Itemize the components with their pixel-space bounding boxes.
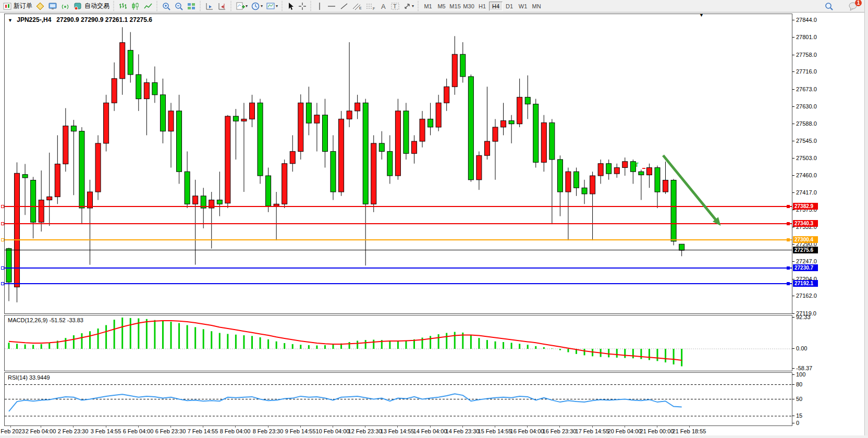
price-axis-tick: 27162.0 [796, 293, 817, 299]
chevron-down-icon: ▾ [246, 4, 248, 8]
arrows-button[interactable]: ▾ [401, 1, 415, 11]
horizontal-level-line[interactable] [5, 239, 792, 240]
mt4-window: 新订单 自动交易 [0, 0, 868, 438]
time-axis-label: 1 Feb 2023 [0, 428, 25, 434]
rsi-label: RSI(14) 33.9449 [8, 374, 50, 381]
rsi-panel[interactable]: RSI(14) 33.9449 [4, 372, 792, 426]
tile-windows-button[interactable] [185, 1, 198, 11]
crosshair-button[interactable] [297, 1, 308, 11]
new-order-icon [3, 2, 11, 10]
zoom-out-icon [174, 2, 184, 11]
horizontal-level-line[interactable] [5, 223, 792, 224]
timeframe-m30[interactable]: M30 [462, 2, 475, 11]
text-label-icon: T [390, 2, 400, 10]
text-label-button[interactable]: T [389, 1, 401, 11]
ohlc-low: 27261.1 [105, 16, 128, 23]
timeframe-h1[interactable]: H1 [475, 2, 489, 11]
horizontal-level-line[interactable] [5, 206, 792, 207]
search-button[interactable] [823, 1, 835, 11]
time-axis-label: 14 Feb 23:30 [446, 428, 480, 434]
price-axis-tick: 27630.0 [796, 103, 817, 110]
macd-panel[interactable]: MACD(12,26,9) -51.52 -33.83 [4, 315, 792, 371]
fibonacci-button[interactable]: F [364, 1, 377, 11]
new-chart-button[interactable]: ▾ [234, 1, 249, 11]
timeframe-w1[interactable]: W1 [516, 2, 530, 11]
line-handle[interactable] [787, 282, 790, 285]
time-axis-label: 9 Feb 14:55 [285, 428, 316, 434]
toolbar-separator [280, 1, 284, 11]
new-order-button[interactable] [2, 1, 13, 11]
autotrade-label[interactable]: 自动交易 [84, 2, 109, 10]
time-axis-label: 8 Feb 04:00 [220, 428, 251, 434]
chat-bubble-icon: 1 [848, 2, 859, 11]
bar-chart-icon [118, 2, 128, 11]
line-handle[interactable] [787, 205, 790, 208]
autotrade-button[interactable] [71, 1, 84, 11]
price-level-tag: 27300.4 [793, 236, 818, 243]
autotrade-icon [73, 2, 82, 11]
chevron-down-icon: ▾ [412, 4, 414, 8]
text-button[interactable]: A [377, 1, 389, 11]
template-button[interactable]: ▾ [264, 1, 279, 11]
line-handle[interactable] [1, 238, 4, 241]
main-chart-panel[interactable]: ▼ JPN225-,H4 27290.9 27290.9 27261.1 272… [4, 14, 792, 314]
symbol-dropdown-icon[interactable]: ▼ [8, 18, 13, 23]
chart-shift-button[interactable] [216, 1, 228, 11]
trade-dash-marker [642, 168, 645, 169]
time-axis-label: 14 Feb 04:00 [413, 428, 447, 434]
period-button[interactable]: ▾ [249, 1, 264, 11]
chevron-down-icon: ▾ [261, 4, 263, 8]
new-order-label[interactable]: 新订单 [14, 2, 32, 10]
price-axis-tick: 27801.0 [796, 34, 817, 40]
vertical-line-button[interactable] [314, 1, 325, 11]
channel-icon: E [352, 2, 362, 10]
bar-chart-button[interactable] [117, 1, 129, 11]
price-axis-tick: 27673.0 [796, 86, 817, 92]
trendline-button[interactable] [338, 1, 350, 11]
price-axis-tick: 27545.0 [796, 138, 817, 144]
rsi-axis-tick: 15 [796, 412, 802, 419]
channel-button[interactable]: E [350, 1, 364, 11]
macd-axis-tick: -58.37 [796, 365, 812, 371]
price-level-tag: 27230.7 [793, 264, 818, 271]
zoom-in-button[interactable] [160, 1, 173, 11]
line-handle[interactable] [787, 222, 790, 225]
signals-button[interactable] [59, 1, 71, 11]
zoom-in-icon [162, 2, 171, 11]
auto-scroll-button[interactable] [203, 1, 216, 11]
horizontal-line-icon [327, 2, 336, 10]
timeframe-m1[interactable]: M1 [421, 2, 435, 11]
time-axis-label: 21 Feb 18:55 [673, 428, 706, 434]
price-axis-tick: 27460.0 [796, 172, 817, 178]
timeframe-m5[interactable]: M5 [435, 2, 448, 11]
zoom-out-button[interactable] [173, 1, 185, 11]
history-center-button[interactable] [34, 1, 46, 11]
horizontal-line-button[interactable] [325, 1, 338, 11]
timeframe-mn[interactable]: MN [530, 2, 543, 11]
line-handle[interactable] [1, 266, 4, 270]
line-handle[interactable] [1, 222, 4, 225]
line-handle[interactable] [787, 238, 790, 241]
line-chart-icon [143, 2, 153, 11]
search-icon [824, 2, 834, 11]
timeframe-h4[interactable]: H4 [489, 2, 503, 11]
notifications-button[interactable]: 1 [847, 1, 860, 11]
horizontal-level-line[interactable] [5, 267, 792, 269]
cursor-button[interactable] [285, 1, 297, 11]
timeframe-d1[interactable]: D1 [503, 2, 516, 11]
timeframe-m15[interactable]: M15 [448, 2, 462, 11]
time-axis-label: 6 Feb 23:30 [155, 428, 186, 434]
candlestick-chart-button[interactable] [129, 1, 142, 11]
market-watch-button[interactable] [46, 1, 59, 11]
toolbar-separator [229, 1, 233, 11]
line-handle[interactable] [1, 282, 4, 285]
time-axis-label: 6 Feb 04:00 [123, 428, 154, 434]
chart-shift-icon [217, 2, 227, 11]
rsi-axis-tick: 80 [796, 381, 802, 387]
vertical-line-icon [316, 2, 323, 10]
line-handle[interactable] [1, 205, 4, 208]
horizontal-level-line[interactable] [5, 283, 792, 284]
line-handle[interactable] [787, 266, 790, 270]
window-scrollbar[interactable] [864, 0, 868, 438]
line-chart-button[interactable] [142, 1, 154, 11]
